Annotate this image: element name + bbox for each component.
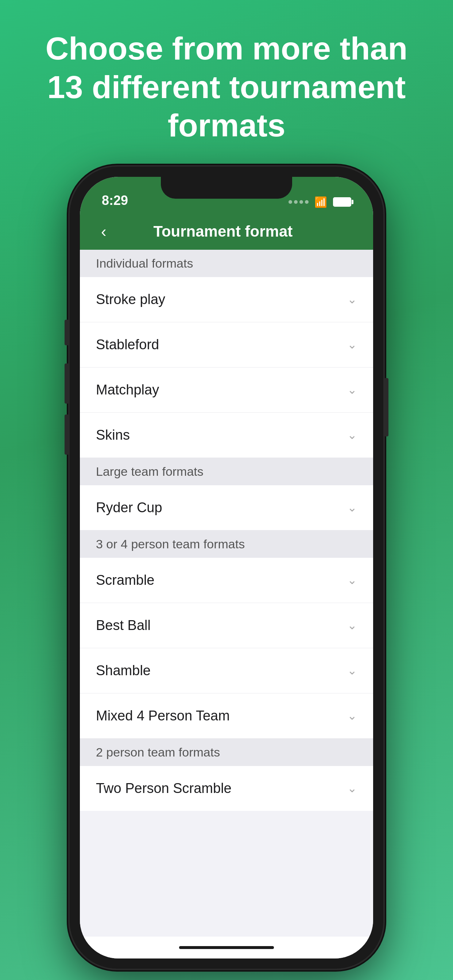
list-item-mixed-4-person-team[interactable]: Mixed 4 Person Team⌄ bbox=[80, 694, 373, 739]
item-label-mixed-4-person-team: Mixed 4 Person Team bbox=[96, 708, 230, 724]
chevron-icon-shamble: ⌄ bbox=[347, 663, 357, 678]
chevron-icon-matchplay: ⌄ bbox=[347, 383, 357, 397]
section-header-2-person-team-formats: 2 person team formats bbox=[80, 739, 373, 766]
list-item-ryder-cup[interactable]: Ryder Cup⌄ bbox=[80, 485, 373, 530]
chevron-icon-stableford: ⌄ bbox=[347, 337, 357, 352]
chevron-icon-mixed-4-person-team: ⌄ bbox=[347, 709, 357, 722]
time-display: 8:29 bbox=[102, 193, 128, 208]
hero-title: Choose from more than 13 different tourn… bbox=[0, 0, 453, 167]
section-header-individual-formats: Individual formats bbox=[80, 250, 373, 277]
list-item-matchplay[interactable]: Matchplay⌄ bbox=[80, 368, 373, 413]
signal-icon bbox=[289, 200, 309, 204]
section-header-3-or-4-person-team-formats: 3 or 4 person team formats bbox=[80, 530, 373, 558]
status-icons: 📶 bbox=[289, 196, 351, 208]
list-item-two-person-scramble[interactable]: Two Person Scramble⌄ bbox=[80, 766, 373, 811]
phone-screen: 8:29 📶 ‹ Tournament format Individual fo… bbox=[80, 177, 373, 958]
volume-up-button bbox=[65, 363, 70, 404]
status-bar: 8:29 📶 bbox=[80, 177, 373, 213]
chevron-icon-scramble: ⌄ bbox=[347, 573, 357, 587]
item-label-stroke-play: Stroke play bbox=[96, 292, 165, 307]
volume-down-button bbox=[65, 415, 70, 455]
item-label-best-ball: Best Ball bbox=[96, 617, 151, 633]
list-item-stroke-play[interactable]: Stroke play⌄ bbox=[80, 277, 373, 322]
back-button[interactable]: ‹ bbox=[97, 219, 110, 244]
wifi-icon: 📶 bbox=[314, 196, 327, 208]
mute-button bbox=[65, 320, 70, 345]
item-label-two-person-scramble: Two Person Scramble bbox=[96, 781, 231, 796]
section-header-large-team-formats: Large team formats bbox=[80, 458, 373, 485]
item-label-skins: Skins bbox=[96, 427, 130, 443]
power-button bbox=[383, 378, 388, 436]
chevron-icon-best-ball: ⌄ bbox=[347, 618, 357, 632]
content-list[interactable]: Individual formatsStroke play⌄Stableford… bbox=[80, 250, 373, 937]
phone-mockup: 8:29 📶 ‹ Tournament format Individual fo… bbox=[70, 167, 383, 969]
chevron-icon-ryder-cup: ⌄ bbox=[347, 501, 357, 514]
nav-title: Tournament format bbox=[110, 223, 336, 240]
list-item-scramble[interactable]: Scramble⌄ bbox=[80, 558, 373, 603]
list-item-best-ball[interactable]: Best Ball⌄ bbox=[80, 603, 373, 648]
chevron-icon-skins: ⌄ bbox=[347, 428, 357, 442]
home-indicator bbox=[80, 937, 373, 958]
chevron-icon-stroke-play: ⌄ bbox=[347, 293, 357, 306]
battery-icon bbox=[333, 197, 351, 207]
item-label-ryder-cup: Ryder Cup bbox=[96, 500, 162, 515]
list-item-stableford[interactable]: Stableford⌄ bbox=[80, 322, 373, 368]
item-label-matchplay: Matchplay bbox=[96, 382, 159, 398]
notch bbox=[161, 177, 292, 199]
list-item-skins[interactable]: Skins⌄ bbox=[80, 413, 373, 458]
list-item-shamble[interactable]: Shamble⌄ bbox=[80, 648, 373, 694]
chevron-icon-two-person-scramble: ⌄ bbox=[347, 781, 357, 795]
home-bar bbox=[179, 946, 274, 949]
item-label-scramble: Scramble bbox=[96, 573, 155, 588]
item-label-stableford: Stableford bbox=[96, 337, 159, 353]
item-label-shamble: Shamble bbox=[96, 663, 151, 678]
nav-bar: ‹ Tournament format bbox=[80, 213, 373, 250]
